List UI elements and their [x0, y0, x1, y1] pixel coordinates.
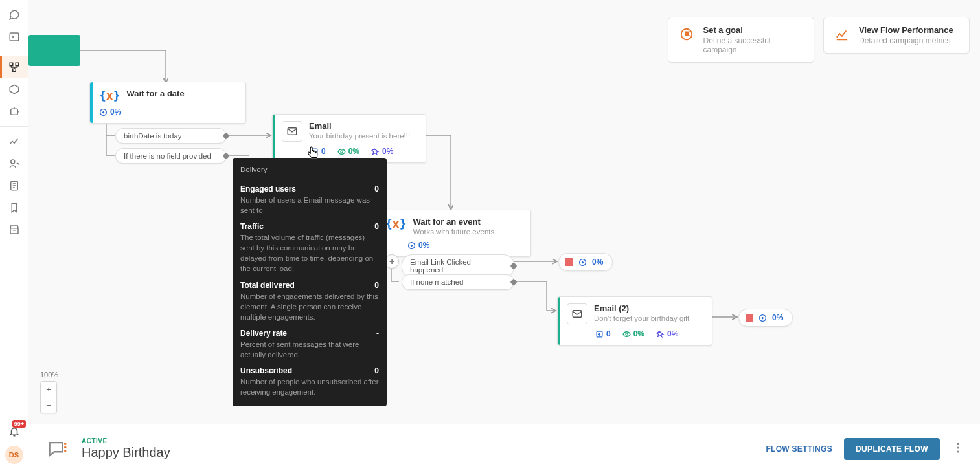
tooltip-row-desc: Percent of sent messages that were actua…	[240, 339, 379, 360]
wait-event-node[interactable]: {x} Wait for an event Works with future …	[376, 210, 531, 257]
node-title: Email	[309, 121, 410, 131]
wait-date-stat: 0%	[110, 107, 121, 116]
tooltip-row-value: 0	[374, 366, 379, 375]
left-sidebar: 99+ DS	[0, 0, 28, 473]
cursor-hand-icon	[306, 146, 319, 164]
sidebar-store-icon[interactable]	[0, 219, 28, 241]
notification-badge: 99+	[12, 420, 26, 428]
svg-point-19	[64, 446, 66, 448]
avatar[interactable]: DS	[5, 446, 23, 464]
view-performance-card[interactable]: View Flow Performance Detailed campaign …	[823, 17, 970, 54]
condition-label: If there is no field provided	[124, 152, 211, 160]
duplicate-flow-button[interactable]: DUPLICATE FLOW	[844, 438, 940, 460]
perf-title: View Flow Performance	[859, 25, 953, 35]
zoom-out-button[interactable]: −	[41, 397, 56, 413]
email2-stat-open: 0%	[633, 329, 644, 338]
flow-name: Happy Birthday	[82, 445, 170, 460]
zoom-control: 100% + −	[40, 371, 58, 413]
tooltip-row-value: 0	[374, 281, 379, 290]
endpill-a-value: 0%	[592, 258, 603, 267]
sidebar-bookmark-icon[interactable]	[0, 197, 28, 219]
email1-node[interactable]: Email Your birthday present is here!!! 0…	[272, 114, 426, 163]
email1-stat-open: 0%	[348, 147, 359, 156]
end-pill-b[interactable]: 0%	[738, 309, 793, 327]
tooltip-row-value: 0	[374, 222, 379, 231]
delivery-tooltip: Delivery Engaged users0 Number of users …	[233, 158, 387, 406]
email2-stat-sent: 0	[606, 329, 611, 338]
sidebar-bot-icon[interactable]	[0, 100, 28, 122]
more-menu-icon[interactable]	[952, 440, 964, 457]
tooltip-row-desc: Number of users a Email message was sent…	[240, 195, 379, 215]
flow-settings-link[interactable]: FLOW SETTINGS	[766, 445, 832, 454]
svg-point-5	[11, 160, 15, 164]
sidebar-tooltip-icon[interactable]	[0, 4, 28, 26]
footer-bar: ACTIVE Happy Birthday FLOW SETTINGS DUPL…	[28, 424, 980, 473]
sidebar-users-icon[interactable]	[0, 153, 28, 175]
condition-label: If none matched	[410, 278, 463, 286]
swatch-red	[746, 314, 753, 322]
flow-status: ACTIVE	[82, 437, 170, 445]
trigger-node[interactable]	[28, 35, 80, 66]
tooltip-row-desc: The total volume of traffic (messages) s…	[240, 232, 379, 274]
svg-rect-1	[10, 63, 13, 66]
svg-point-22	[957, 446, 959, 448]
braces-icon: {x}	[385, 217, 407, 236]
mail-icon	[567, 303, 587, 324]
svg-point-15	[626, 333, 628, 335]
flow-chat-icon	[44, 436, 70, 462]
condition-birthdate[interactable]: birthDate is today	[115, 128, 227, 144]
tooltip-row-title: Total delivered	[240, 281, 295, 290]
sidebar-package-icon[interactable]	[0, 78, 28, 100]
zoom-in-button[interactable]: +	[41, 382, 56, 397]
condition-label: Email Link Clicked happened	[410, 258, 506, 274]
wait-date-node[interactable]: {x} Wait for a date 0%	[89, 82, 246, 124]
tooltip-row-value: 0	[374, 184, 379, 193]
condition-nofield[interactable]: If there is no field provided	[115, 148, 227, 164]
email2-node[interactable]: Email (2) Don't forget your birthday gif…	[557, 296, 712, 346]
svg-point-20	[64, 450, 66, 452]
node-subtitle: Your birthday present is here!!!	[309, 132, 410, 140]
sidebar-document-icon[interactable]	[0, 175, 28, 197]
email2-stat-click: 0%	[667, 329, 678, 338]
sidebar-terminal-icon[interactable]	[0, 26, 28, 48]
node-subtitle: Don't forget your birthday gift	[594, 314, 689, 322]
tooltip-row-title: Delivery rate	[240, 329, 287, 338]
chart-icon	[833, 25, 851, 43]
svg-point-10	[341, 150, 343, 152]
goal-subtitle: Define a successful campaign	[703, 36, 804, 54]
goal-title: Set a goal	[703, 25, 804, 35]
svg-rect-4	[11, 109, 18, 115]
braces-icon: {x}	[99, 89, 120, 102]
svg-rect-3	[13, 69, 16, 72]
condition-nomatch[interactable]: If none matched	[402, 274, 514, 290]
tooltip-row-desc: Number of engagements delivered by this …	[240, 291, 379, 322]
condition-label: birthDate is today	[124, 132, 182, 140]
tooltip-header: Delivery	[240, 164, 379, 179]
tooltip-row-title: Unsubscribed	[240, 366, 292, 375]
swatch-red	[565, 258, 573, 266]
sidebar-flow-icon[interactable]	[0, 56, 28, 78]
notification-bell[interactable]: 99+	[0, 420, 28, 443]
node-subtitle: Works with future events	[413, 228, 495, 236]
node-title: Email (2)	[594, 303, 689, 313]
sidebar-analytics-icon[interactable]	[0, 131, 28, 153]
svg-rect-2	[16, 63, 19, 66]
svg-point-21	[957, 443, 959, 445]
mail-icon	[282, 121, 302, 142]
wait-event-stat: 0%	[418, 241, 429, 250]
svg-rect-0	[10, 33, 19, 41]
email1-stat-sent: 0	[321, 147, 326, 156]
tooltip-row-desc: Number of people who unsubscribed after …	[240, 377, 379, 397]
zoom-level: 100%	[40, 371, 58, 379]
set-goal-card[interactable]: Set a goal Define a successful campaign	[668, 17, 814, 63]
end-pill-a[interactable]: 0%	[558, 253, 613, 271]
add-branch-button[interactable]: +	[385, 254, 399, 269]
perf-subtitle: Detailed campaign metrics	[859, 36, 953, 45]
svg-point-23	[957, 450, 959, 452]
tooltip-row-title: Engaged users	[240, 184, 296, 193]
node-title: Wait for an event	[413, 217, 495, 226]
node-title: Wait for a date	[127, 89, 185, 98]
flow-canvas[interactable]: {x} Wait for a date 0% birthDate is toda…	[28, 0, 980, 424]
tooltip-row-title: Traffic	[240, 222, 264, 231]
flag-icon	[678, 25, 695, 43]
